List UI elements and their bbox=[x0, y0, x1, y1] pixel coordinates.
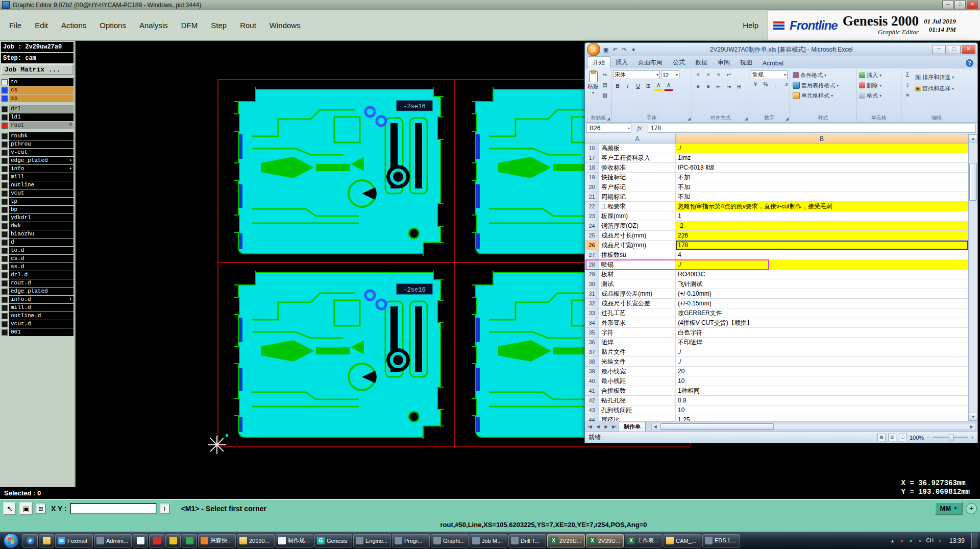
row-header-18[interactable]: 18 bbox=[585, 163, 599, 173]
cell-A30[interactable]: 测试 bbox=[599, 279, 676, 289]
page-layout-view-icon[interactable]: ▥ bbox=[888, 434, 896, 441]
sheet-tab-zhizuodan[interactable]: 制作单 bbox=[619, 422, 646, 432]
taskbar-item-EDS工...[interactable]: EDS工... bbox=[702, 534, 740, 547]
cell-A20[interactable]: 客户标记 bbox=[599, 182, 676, 192]
cell-A25[interactable]: 成品尺寸长(mm) bbox=[599, 231, 676, 241]
format-painter-icon[interactable]: ▧ bbox=[600, 91, 609, 100]
column-header-a[interactable]: A bbox=[599, 134, 676, 144]
fill-icon[interactable]: ⇩ bbox=[903, 81, 912, 90]
font-color-icon[interactable]: A bbox=[664, 82, 673, 91]
cell-A18[interactable]: 验收标准 bbox=[599, 163, 676, 173]
layer-color-chip[interactable] bbox=[2, 329, 8, 336]
font-dialog-launcher-icon[interactable]: ◢ bbox=[688, 116, 691, 121]
ribbon-tab-页面布局[interactable]: 页面布局 bbox=[633, 57, 668, 68]
redo-icon[interactable]: ↷ bbox=[621, 46, 628, 53]
taskbar-item-Progr...[interactable]: Progr... bbox=[392, 534, 430, 547]
layer-row-rout[interactable]: rout# bbox=[1, 122, 74, 129]
row-header-39[interactable]: 39 bbox=[585, 367, 599, 376]
layer-row-ss[interactable]: ss bbox=[1, 94, 74, 102]
cell-A24[interactable]: 铜箔厚度(OZ) bbox=[599, 221, 676, 231]
cell-A29[interactable]: 板材 bbox=[599, 270, 676, 279]
layer-row-info.d[interactable]: info.d✦ bbox=[1, 296, 74, 303]
job-matrix-button[interactable]: Job Matrix ... bbox=[1, 64, 74, 75]
taskbar-item-Admini...[interactable]: Admini... bbox=[94, 534, 132, 547]
cell-A34[interactable]: 外形要求 bbox=[599, 318, 676, 328]
taskbar-item-2V29U...[interactable]: X2V29U... bbox=[547, 534, 585, 547]
pcb-panel-top-left[interactable] bbox=[230, 84, 447, 259]
cell-A27[interactable]: 拼板数su bbox=[599, 250, 676, 260]
row-header-31[interactable]: 31 bbox=[585, 289, 599, 299]
cell-B43[interactable]: 10 bbox=[676, 405, 968, 415]
excel-close-button[interactable]: ✕ bbox=[962, 45, 975, 54]
number-dialog-launcher-icon[interactable]: ◢ bbox=[786, 116, 789, 121]
layer-row-outline.d[interactable]: outline.d bbox=[1, 312, 74, 320]
layer-color-chip[interactable] bbox=[2, 256, 8, 262]
cell-B38[interactable]: ./ bbox=[676, 357, 968, 367]
align-bottom-icon[interactable]: ≡ bbox=[714, 70, 723, 80]
cell-B37[interactable]: ./ bbox=[676, 347, 968, 357]
save-icon[interactable]: ▣ bbox=[602, 46, 609, 53]
layer-color-chip[interactable] bbox=[2, 141, 8, 148]
cell-A28[interactable]: 喷锡 bbox=[599, 260, 676, 270]
indent-increase-icon[interactable]: ⇥ bbox=[724, 82, 733, 91]
italic-icon[interactable]: I bbox=[623, 82, 632, 91]
taskbar-item-Graphi...[interactable]: Graphi... bbox=[431, 534, 469, 547]
taskbar-item-red[interactable] bbox=[149, 534, 164, 547]
show-desktop-button[interactable] bbox=[971, 533, 977, 548]
find-select-button[interactable]: ◉ 查找和选择 ▾ bbox=[914, 84, 955, 93]
cell-B17[interactable]: 1imz bbox=[676, 153, 968, 163]
cell-A19[interactable]: 快捷标记 bbox=[599, 173, 676, 182]
zoom-level[interactable]: 100% bbox=[910, 435, 924, 441]
cut-icon[interactable]: ✂ bbox=[600, 70, 609, 80]
layer-color-chip[interactable] bbox=[2, 264, 8, 270]
cell-B40[interactable]: 10 bbox=[676, 376, 968, 386]
cell-A35[interactable]: 字符 bbox=[599, 328, 676, 338]
cell-A41[interactable]: 合拼板数 bbox=[599, 386, 676, 396]
row-header-35[interactable]: 35 bbox=[585, 328, 599, 338]
row-header-25[interactable]: 25 bbox=[585, 231, 599, 241]
ribbon-tab-审阅[interactable]: 审阅 bbox=[713, 57, 735, 68]
row-header-26[interactable]: 26 bbox=[585, 241, 599, 250]
layer-row-cs[interactable]: cs bbox=[1, 86, 74, 94]
layer-color-chip[interactable] bbox=[2, 305, 8, 311]
cell-B25[interactable]: 226 bbox=[676, 231, 968, 241]
zoom-slider[interactable] bbox=[933, 437, 968, 438]
taskbar-item-folder[interactable] bbox=[39, 534, 54, 547]
undo-icon[interactable]: ↶ bbox=[611, 46, 619, 53]
cell-A42[interactable]: 钻孔孔径 bbox=[599, 396, 676, 405]
last-sheet-icon[interactable]: ▶I bbox=[610, 423, 618, 431]
font-size-select[interactable]: 12 ▾ bbox=[661, 70, 679, 79]
select-all-corner[interactable] bbox=[585, 134, 599, 144]
layer-row-mill[interactable]: mill bbox=[1, 173, 74, 181]
layer-color-chip[interactable] bbox=[2, 182, 8, 188]
layer-color-chip[interactable] bbox=[2, 87, 8, 93]
layer-row-vcut.d[interactable]: vcut.d bbox=[1, 320, 74, 328]
wrap-text-icon[interactable]: ↩ bbox=[724, 70, 733, 80]
cell-A44[interactable]: 厚径比 bbox=[599, 415, 676, 421]
cell-B18[interactable]: IPC-6018 Ⅱ级 bbox=[676, 163, 968, 173]
taskbar-item-green[interactable] bbox=[182, 534, 197, 547]
copy-icon[interactable]: ▤ bbox=[600, 81, 609, 90]
layer-color-chip[interactable] bbox=[2, 313, 8, 319]
layer-row-ss.d[interactable]: ss.d bbox=[1, 263, 74, 271]
horizontal-scroll-thumb[interactable] bbox=[660, 423, 774, 429]
cell-A33[interactable]: 过孔工艺 bbox=[599, 308, 676, 318]
row-header-37[interactable]: 37 bbox=[585, 347, 599, 357]
xy-input[interactable] bbox=[70, 503, 157, 514]
layer-color-chip[interactable] bbox=[2, 215, 8, 221]
units-button[interactable]: MM ▼ bbox=[935, 502, 963, 515]
layer-color-chip[interactable] bbox=[2, 297, 8, 303]
taskbar-item-Foxmail[interactable]: ✉Foxmail bbox=[55, 534, 93, 547]
layer-color-chip[interactable] bbox=[2, 123, 8, 129]
layer-row-rout.d[interactable]: rout.d bbox=[1, 279, 74, 287]
cell-B23[interactable]: 1 bbox=[676, 211, 968, 221]
layer-row-biaozhu[interactable]: biaozhu bbox=[1, 230, 74, 238]
normal-view-icon[interactable]: ▦ bbox=[877, 434, 886, 441]
scroll-right-icon[interactable]: ▶ bbox=[968, 424, 975, 429]
cell-B27[interactable]: 4 bbox=[676, 250, 968, 260]
cell-A36[interactable]: 阻焊 bbox=[599, 338, 676, 347]
taskbar-clock[interactable]: 13:39 bbox=[946, 537, 968, 544]
increase-decimal-icon[interactable]: .0 bbox=[781, 80, 791, 89]
align-left-icon[interactable]: ≡ bbox=[694, 82, 703, 91]
app-red-icon[interactable]: ● bbox=[899, 537, 905, 544]
